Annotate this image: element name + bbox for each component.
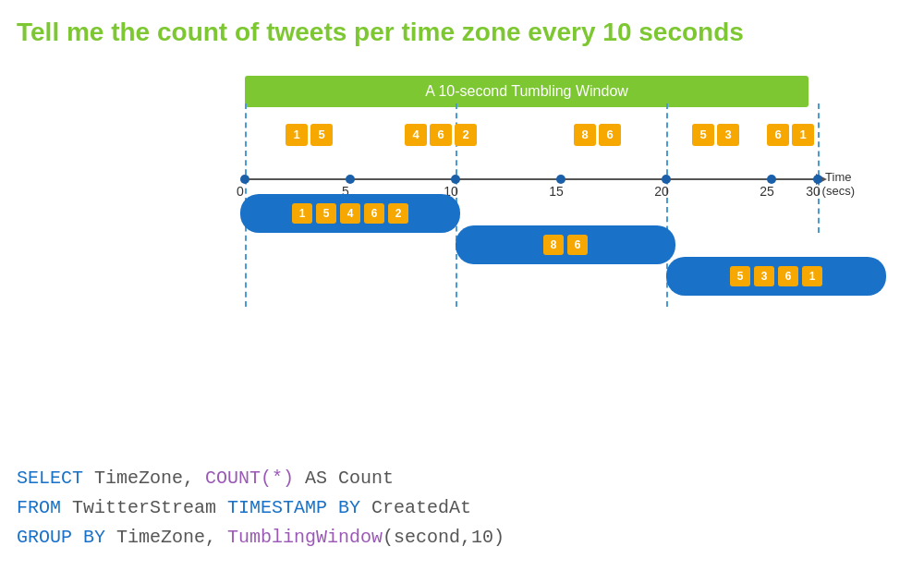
dashed-line-30	[818, 103, 820, 233]
sql-by-keyword-2: BY	[327, 497, 360, 518]
tick-5: 5	[346, 175, 355, 184]
sql-line2-rest: TwitterStream	[61, 497, 227, 518]
tick-20: 20	[662, 175, 671, 184]
tweet-above-3b: 3	[717, 124, 739, 146]
tick-label-15: 15	[549, 184, 564, 199]
sql-timestamp-keyword: TIMESTAMP	[227, 497, 327, 518]
tweet-in-3a: 5	[730, 266, 750, 286]
sql-line2-end: CreatedAt	[360, 497, 471, 518]
window-bar-1: 1 5 4 6 2	[240, 194, 460, 233]
tick-label-0: 0	[237, 184, 244, 199]
tweet-above-1b: 5	[310, 124, 333, 146]
tweet-in-2a: 8	[543, 235, 564, 255]
sql-from-keyword: FROM	[17, 497, 61, 518]
tweet-above-3d: 1	[792, 124, 814, 146]
tweet-in-1c: 4	[340, 203, 360, 224]
tweet-above-3a: 5	[692, 124, 714, 146]
tweet-in-1a: 1	[292, 203, 312, 224]
sql-line-1: SELECT TimeZone, COUNT(*) AS Count	[17, 464, 505, 493]
sql-select-keyword: SELECT	[17, 468, 83, 489]
tick-label-30: 30	[806, 184, 821, 199]
window-bar-3: 5 3 6 1	[666, 257, 886, 296]
sql-group-keyword: GROUP	[17, 527, 72, 548]
tick-0: 0	[240, 175, 249, 184]
sql-line3-rest: TimeZone,	[105, 527, 227, 548]
tick-10: 10	[451, 175, 460, 184]
tick-15: 15	[556, 175, 565, 184]
tweet-in-2b: 6	[567, 235, 588, 255]
tweet-above-1a: 1	[286, 124, 308, 146]
sql-line3-end: (second,10)	[383, 527, 505, 548]
diagram-area: A 10-second Tumbling Window Time(secs) 0…	[0, 67, 924, 381]
sql-line1-end: AS Count	[294, 468, 394, 489]
timeline-label: Time(secs)	[822, 170, 855, 199]
tweet-in-3c: 6	[778, 266, 798, 286]
tick-25: 25	[767, 175, 776, 184]
tick-label-25: 25	[760, 184, 774, 199]
sql-line-2: FROM TwitterStream TIMESTAMP BY CreatedA…	[17, 493, 505, 523]
tweet-above-2a: 8	[574, 124, 596, 146]
tweet-in-1d: 6	[364, 203, 384, 224]
tweet-above-1e: 2	[455, 124, 477, 146]
timeline: Time(secs) 0 5 10 15 20 25 30 1 5	[245, 177, 855, 181]
sql-tumbling-keyword: TumblingWindow	[227, 527, 383, 548]
sql-line-3: GROUP BY TimeZone, TumblingWindow(second…	[17, 523, 505, 553]
tweet-above-1d: 6	[430, 124, 452, 146]
tick-label-20: 20	[654, 184, 669, 199]
tick-30: 30	[813, 175, 822, 184]
tumbling-window-label: A 10-second Tumbling Window	[245, 76, 808, 107]
sql-line1-rest: TimeZone,	[83, 468, 205, 489]
tweet-above-3c: 6	[767, 124, 789, 146]
tweet-above-2b: 6	[599, 124, 621, 146]
tweet-above-1c: 4	[405, 124, 427, 146]
window-bar-2: 8 6	[456, 225, 675, 264]
sql-by-keyword-3: BY	[72, 527, 105, 548]
sql-block: SELECT TimeZone, COUNT(*) AS Count FROM …	[17, 464, 505, 553]
tweet-in-1e: 2	[388, 203, 408, 224]
tweet-in-3b: 3	[754, 266, 774, 286]
timeline-line	[245, 178, 818, 180]
page-title: Tell me the count of tweets per time zon…	[0, 0, 924, 57]
tweet-in-1b: 5	[316, 203, 336, 224]
sql-count-keyword: COUNT(*)	[205, 468, 294, 489]
tweet-in-3d: 1	[802, 266, 822, 286]
